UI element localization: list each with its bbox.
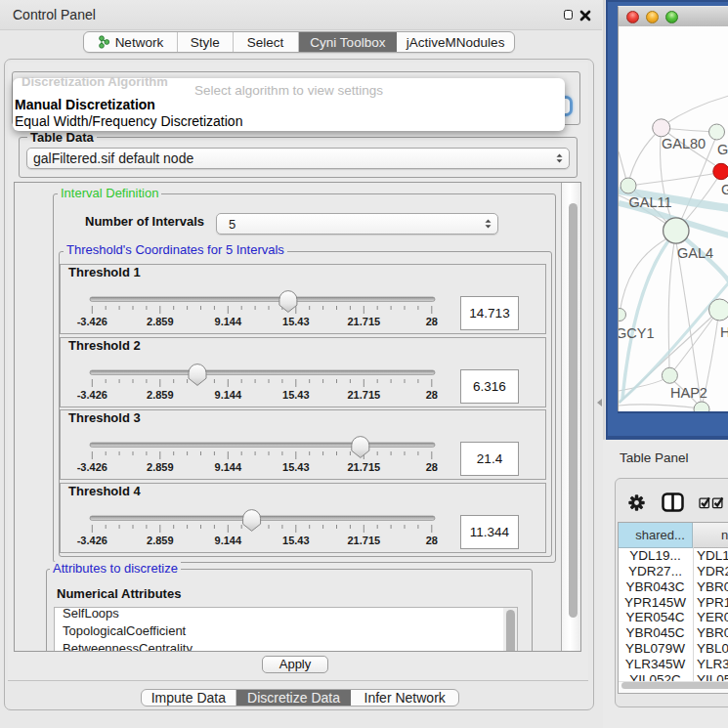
svg-text:9.144: 9.144 bbox=[215, 461, 242, 473]
svg-text:28: 28 bbox=[426, 389, 438, 401]
svg-text:9.144: 9.144 bbox=[215, 535, 242, 546]
svg-text:15.43: 15.43 bbox=[282, 461, 310, 473]
svg-text:GAL11: GAL11 bbox=[629, 194, 672, 210]
svg-text:21.715: 21.715 bbox=[347, 535, 380, 546]
svg-text:-3.426: -3.426 bbox=[77, 389, 107, 401]
svg-text:GAL80: GAL80 bbox=[662, 136, 706, 151]
svg-text:21.715: 21.715 bbox=[347, 389, 380, 401]
svg-text:28: 28 bbox=[426, 461, 438, 473]
svg-text:15.43: 15.43 bbox=[282, 389, 310, 401]
svg-text:-3.426: -3.426 bbox=[77, 535, 107, 546]
svg-text:2.859: 2.859 bbox=[147, 461, 174, 473]
svg-text:21.715: 21.715 bbox=[347, 316, 380, 327]
svg-text:G: G bbox=[721, 182, 728, 197]
svg-text:-3.426: -3.426 bbox=[77, 461, 107, 473]
svg-text:15.43: 15.43 bbox=[282, 316, 310, 327]
svg-text:H: H bbox=[720, 324, 728, 340]
svg-text:-3.426: -3.426 bbox=[77, 316, 107, 327]
svg-text:HAP2: HAP2 bbox=[670, 385, 707, 401]
svg-text:9.144: 9.144 bbox=[215, 316, 242, 327]
svg-text:28: 28 bbox=[426, 535, 438, 546]
svg-text:2.859: 2.859 bbox=[147, 389, 174, 401]
svg-text:GCY1: GCY1 bbox=[618, 325, 655, 341]
svg-text:GA: GA bbox=[717, 142, 728, 157]
svg-text:21.715: 21.715 bbox=[347, 461, 380, 473]
svg-text:2.859: 2.859 bbox=[147, 535, 174, 546]
svg-text:28: 28 bbox=[426, 316, 438, 327]
svg-text:2.859: 2.859 bbox=[147, 316, 174, 327]
svg-text:9.144: 9.144 bbox=[215, 389, 242, 401]
svg-text:GAL4: GAL4 bbox=[677, 245, 713, 261]
svg-text:15.43: 15.43 bbox=[282, 535, 310, 546]
